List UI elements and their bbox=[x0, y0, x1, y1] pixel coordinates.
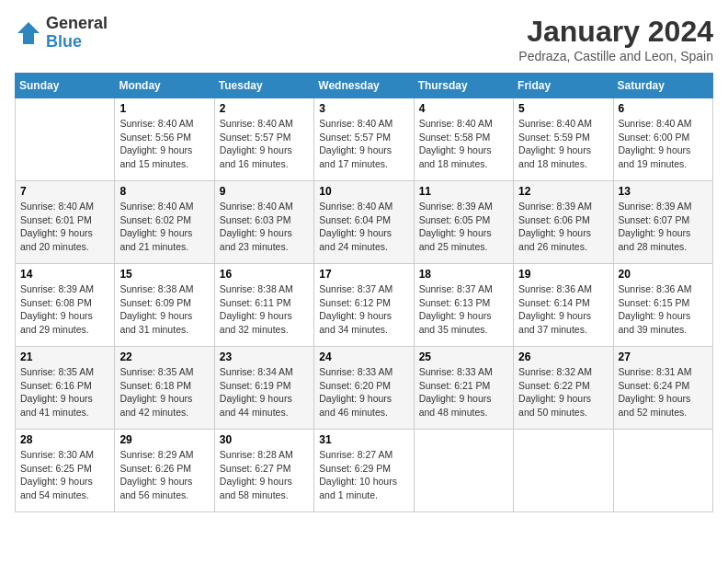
title-block: January 2024 Pedraza, Castille and Leon,… bbox=[518, 15, 713, 63]
calendar-cell bbox=[16, 98, 115, 181]
calendar-cell bbox=[514, 430, 613, 512]
day-number: 2 bbox=[220, 102, 309, 115]
day-info: Sunrise: 8:39 AMSunset: 6:06 PMDaylight:… bbox=[518, 200, 608, 254]
day-info: Sunrise: 8:40 AMSunset: 5:57 PMDaylight:… bbox=[220, 117, 309, 171]
day-number: 4 bbox=[419, 102, 508, 115]
svg-marker-0 bbox=[17, 22, 40, 44]
calendar-cell: 19Sunrise: 8:36 AMSunset: 6:14 PMDayligh… bbox=[514, 264, 613, 347]
month-year: January 2024 bbox=[518, 15, 713, 49]
page-header: General Blue January 2024 Pedraza, Casti… bbox=[15, 15, 713, 63]
calendar-cell: 3Sunrise: 8:40 AMSunset: 5:57 PMDaylight… bbox=[314, 98, 414, 181]
day-info: Sunrise: 8:40 AMSunset: 6:02 PMDaylight:… bbox=[119, 200, 209, 254]
calendar-cell: 24Sunrise: 8:33 AMSunset: 6:20 PMDayligh… bbox=[314, 347, 414, 430]
day-number: 30 bbox=[220, 433, 309, 446]
calendar-cell: 4Sunrise: 8:40 AMSunset: 5:58 PMDaylight… bbox=[414, 98, 513, 181]
day-header-saturday: Saturday bbox=[613, 74, 712, 98]
day-number: 25 bbox=[419, 350, 508, 363]
day-number: 17 bbox=[319, 268, 408, 281]
day-info: Sunrise: 8:40 AMSunset: 6:00 PMDaylight:… bbox=[619, 117, 708, 171]
day-header-thursday: Thursday bbox=[414, 74, 513, 98]
calendar-cell: 31Sunrise: 8:27 AMSunset: 6:29 PMDayligh… bbox=[314, 430, 414, 512]
calendar-cell: 25Sunrise: 8:33 AMSunset: 6:21 PMDayligh… bbox=[414, 347, 513, 430]
day-info: Sunrise: 8:38 AMSunset: 6:09 PMDaylight:… bbox=[119, 282, 209, 337]
day-number: 29 bbox=[119, 433, 209, 446]
day-info: Sunrise: 8:39 AMSunset: 6:08 PMDaylight:… bbox=[20, 282, 109, 337]
day-number: 11 bbox=[419, 185, 508, 198]
day-info: Sunrise: 8:36 AMSunset: 6:15 PMDaylight:… bbox=[619, 282, 708, 337]
calendar-cell: 30Sunrise: 8:28 AMSunset: 6:27 PMDayligh… bbox=[214, 430, 313, 512]
day-header-wednesday: Wednesday bbox=[314, 74, 414, 98]
header-row: SundayMondayTuesdayWednesdayThursdayFrid… bbox=[16, 74, 713, 98]
day-number: 22 bbox=[119, 350, 209, 363]
calendar-cell: 28Sunrise: 8:30 AMSunset: 6:25 PMDayligh… bbox=[16, 430, 115, 512]
calendar-cell bbox=[613, 430, 712, 512]
calendar-cell: 22Sunrise: 8:35 AMSunset: 6:18 PMDayligh… bbox=[115, 347, 214, 430]
calendar-cell: 27Sunrise: 8:31 AMSunset: 6:24 PMDayligh… bbox=[613, 347, 712, 430]
calendar-body: 1Sunrise: 8:40 AMSunset: 5:56 PMDaylight… bbox=[16, 98, 713, 512]
day-info: Sunrise: 8:40 AMSunset: 5:57 PMDaylight:… bbox=[319, 117, 408, 171]
logo-line2: Blue bbox=[46, 33, 108, 52]
logo: General Blue bbox=[15, 15, 108, 52]
day-number: 23 bbox=[220, 350, 309, 363]
calendar-cell: 1Sunrise: 8:40 AMSunset: 5:56 PMDaylight… bbox=[115, 98, 214, 181]
day-number: 14 bbox=[20, 268, 109, 281]
calendar-cell: 15Sunrise: 8:38 AMSunset: 6:09 PMDayligh… bbox=[115, 264, 214, 347]
calendar-cell: 29Sunrise: 8:29 AMSunset: 6:26 PMDayligh… bbox=[115, 430, 214, 512]
calendar-cell bbox=[414, 430, 513, 512]
calendar-cell: 9Sunrise: 8:40 AMSunset: 6:03 PMDaylight… bbox=[214, 181, 313, 264]
day-info: Sunrise: 8:35 AMSunset: 6:16 PMDaylight:… bbox=[20, 365, 109, 419]
calendar-cell: 5Sunrise: 8:40 AMSunset: 5:59 PMDaylight… bbox=[514, 98, 613, 181]
logo-line1: General bbox=[46, 15, 108, 33]
day-info: Sunrise: 8:40 AMSunset: 6:03 PMDaylight:… bbox=[220, 200, 309, 254]
calendar-cell: 18Sunrise: 8:37 AMSunset: 6:13 PMDayligh… bbox=[414, 264, 513, 347]
day-number: 16 bbox=[220, 268, 309, 281]
day-header-sunday: Sunday bbox=[16, 74, 115, 98]
calendar-cell: 26Sunrise: 8:32 AMSunset: 6:22 PMDayligh… bbox=[514, 347, 613, 430]
day-number: 10 bbox=[319, 185, 408, 198]
day-number: 8 bbox=[119, 185, 209, 198]
calendar-cell: 12Sunrise: 8:39 AMSunset: 6:06 PMDayligh… bbox=[514, 181, 613, 264]
day-number: 6 bbox=[619, 102, 708, 115]
calendar-cell: 8Sunrise: 8:40 AMSunset: 6:02 PMDaylight… bbox=[115, 181, 214, 264]
day-info: Sunrise: 8:30 AMSunset: 6:25 PMDaylight:… bbox=[20, 448, 109, 502]
day-number: 28 bbox=[20, 433, 109, 446]
day-info: Sunrise: 8:32 AMSunset: 6:22 PMDaylight:… bbox=[518, 365, 608, 419]
day-number: 7 bbox=[20, 185, 109, 198]
day-number: 15 bbox=[119, 268, 209, 281]
day-info: Sunrise: 8:37 AMSunset: 6:12 PMDaylight:… bbox=[319, 282, 408, 337]
day-info: Sunrise: 8:40 AMSunset: 5:58 PMDaylight:… bbox=[419, 117, 508, 171]
location: Pedraza, Castille and Leon, Spain bbox=[518, 49, 713, 63]
day-info: Sunrise: 8:36 AMSunset: 6:14 PMDaylight:… bbox=[518, 282, 608, 337]
calendar-cell: 21Sunrise: 8:35 AMSunset: 6:16 PMDayligh… bbox=[16, 347, 115, 430]
day-info: Sunrise: 8:39 AMSunset: 6:07 PMDaylight:… bbox=[619, 200, 708, 254]
day-number: 31 bbox=[319, 433, 408, 446]
day-info: Sunrise: 8:29 AMSunset: 6:26 PMDaylight:… bbox=[119, 448, 209, 502]
day-header-friday: Friday bbox=[514, 74, 613, 98]
day-info: Sunrise: 8:34 AMSunset: 6:19 PMDaylight:… bbox=[220, 365, 309, 419]
day-info: Sunrise: 8:27 AMSunset: 6:29 PMDaylight:… bbox=[319, 448, 408, 502]
day-number: 12 bbox=[518, 185, 608, 198]
calendar-cell: 11Sunrise: 8:39 AMSunset: 6:05 PMDayligh… bbox=[414, 181, 513, 264]
day-info: Sunrise: 8:39 AMSunset: 6:05 PMDaylight:… bbox=[419, 200, 508, 254]
day-info: Sunrise: 8:33 AMSunset: 6:21 PMDaylight:… bbox=[419, 365, 508, 419]
day-info: Sunrise: 8:40 AMSunset: 6:01 PMDaylight:… bbox=[20, 200, 109, 254]
calendar-header: SundayMondayTuesdayWednesdayThursdayFrid… bbox=[16, 74, 713, 98]
day-info: Sunrise: 8:33 AMSunset: 6:20 PMDaylight:… bbox=[319, 365, 408, 419]
calendar-cell: 2Sunrise: 8:40 AMSunset: 5:57 PMDaylight… bbox=[214, 98, 313, 181]
day-info: Sunrise: 8:31 AMSunset: 6:24 PMDaylight:… bbox=[619, 365, 708, 419]
day-number: 27 bbox=[619, 350, 708, 363]
day-info: Sunrise: 8:40 AMSunset: 5:59 PMDaylight:… bbox=[518, 117, 608, 171]
day-number: 20 bbox=[619, 268, 708, 281]
logo-text: General Blue bbox=[46, 15, 108, 52]
day-number: 5 bbox=[518, 102, 608, 115]
calendar-cell: 20Sunrise: 8:36 AMSunset: 6:15 PMDayligh… bbox=[613, 264, 712, 347]
calendar-cell: 23Sunrise: 8:34 AMSunset: 6:19 PMDayligh… bbox=[214, 347, 313, 430]
calendar-cell: 14Sunrise: 8:39 AMSunset: 6:08 PMDayligh… bbox=[16, 264, 115, 347]
logo-icon bbox=[15, 19, 42, 47]
day-number: 21 bbox=[20, 350, 109, 363]
day-info: Sunrise: 8:40 AMSunset: 6:04 PMDaylight:… bbox=[319, 200, 408, 254]
calendar-week-2: 7Sunrise: 8:40 AMSunset: 6:01 PMDaylight… bbox=[16, 181, 713, 264]
calendar-week-1: 1Sunrise: 8:40 AMSunset: 5:56 PMDaylight… bbox=[16, 98, 713, 181]
day-number: 13 bbox=[619, 185, 708, 198]
calendar-week-4: 21Sunrise: 8:35 AMSunset: 6:16 PMDayligh… bbox=[16, 347, 713, 430]
